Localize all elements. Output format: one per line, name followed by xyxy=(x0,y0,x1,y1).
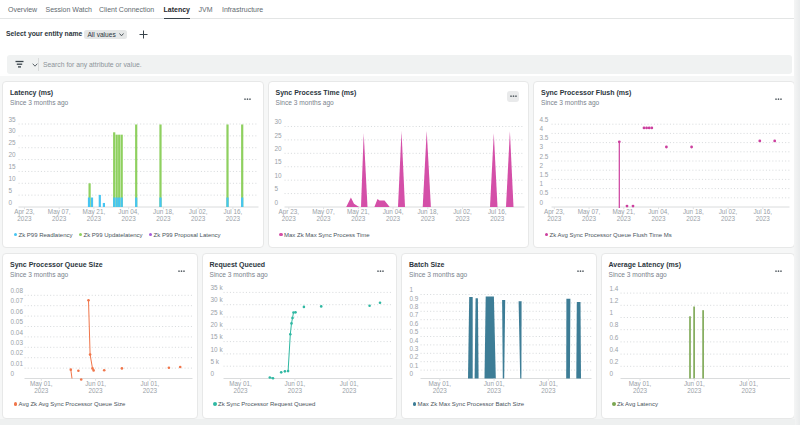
svg-text:10: 10 xyxy=(274,172,282,179)
svg-text:1: 1 xyxy=(540,180,544,187)
svg-text:2023: 2023 xyxy=(741,387,756,394)
svg-text:0.6: 0.6 xyxy=(609,334,618,341)
svg-text:25: 25 xyxy=(274,132,282,139)
svg-text:2023: 2023 xyxy=(721,215,736,222)
svg-text:0.06: 0.06 xyxy=(11,308,24,315)
svg-text:5: 5 xyxy=(9,187,13,194)
svg-text:0.8: 0.8 xyxy=(609,321,618,328)
svg-text:0.4: 0.4 xyxy=(609,346,618,353)
svg-text:0: 0 xyxy=(210,370,214,377)
svg-text:2023: 2023 xyxy=(632,387,647,394)
svg-text:0.05: 0.05 xyxy=(11,318,24,325)
svg-text:0.3: 0.3 xyxy=(410,345,419,352)
svg-text:5: 5 xyxy=(274,185,278,192)
svg-text:0.5: 0.5 xyxy=(540,189,549,196)
svg-text:20: 20 xyxy=(274,145,282,152)
svg-text:35 k: 35 k xyxy=(210,284,223,291)
svg-text:1: 1 xyxy=(609,309,613,316)
svg-text:0.02: 0.02 xyxy=(11,349,24,356)
svg-text:0.07: 0.07 xyxy=(11,297,24,304)
svg-text:2023: 2023 xyxy=(582,215,597,222)
svg-text:0.1: 0.1 xyxy=(410,362,419,369)
svg-text:0.01: 0.01 xyxy=(11,360,24,367)
svg-text:0.8: 0.8 xyxy=(410,303,419,310)
svg-text:10 k: 10 k xyxy=(210,346,223,353)
svg-text:0.5: 0.5 xyxy=(410,328,419,335)
svg-text:3.5: 3.5 xyxy=(540,134,549,141)
svg-text:2023: 2023 xyxy=(87,215,102,222)
svg-text:15 k: 15 k xyxy=(210,333,223,340)
svg-text:2023: 2023 xyxy=(487,387,502,394)
svg-text:4.5: 4.5 xyxy=(540,116,549,123)
svg-text:2023: 2023 xyxy=(686,215,701,222)
svg-text:2023: 2023 xyxy=(617,215,632,222)
svg-text:0: 0 xyxy=(11,370,15,377)
svg-text:1.4: 1.4 xyxy=(609,285,618,292)
svg-text:2023: 2023 xyxy=(455,215,470,222)
svg-text:2023: 2023 xyxy=(156,215,171,222)
svg-text:2023: 2023 xyxy=(316,215,331,222)
svg-text:30: 30 xyxy=(274,118,282,125)
svg-text:5 k: 5 k xyxy=(210,358,219,365)
svg-text:0.6: 0.6 xyxy=(410,320,419,327)
svg-text:1.2: 1.2 xyxy=(609,297,618,304)
svg-text:2023: 2023 xyxy=(351,215,366,222)
svg-text:2023: 2023 xyxy=(191,215,206,222)
svg-text:2023: 2023 xyxy=(89,387,104,394)
svg-text:2023: 2023 xyxy=(52,215,67,222)
svg-text:10: 10 xyxy=(9,175,17,182)
svg-text:0: 0 xyxy=(274,199,278,206)
svg-text:3: 3 xyxy=(540,143,544,150)
svg-text:2023: 2023 xyxy=(651,215,666,222)
svg-text:15: 15 xyxy=(274,158,282,165)
svg-text:0.03: 0.03 xyxy=(11,339,24,346)
svg-text:0.2: 0.2 xyxy=(410,353,419,360)
svg-text:0: 0 xyxy=(609,370,613,377)
svg-text:0.04: 0.04 xyxy=(11,329,24,336)
svg-text:2023: 2023 xyxy=(342,387,357,394)
svg-text:2023: 2023 xyxy=(226,215,241,222)
svg-text:4: 4 xyxy=(540,125,544,132)
svg-text:2023: 2023 xyxy=(287,387,302,394)
svg-text:2023: 2023 xyxy=(233,387,248,394)
svg-text:2023: 2023 xyxy=(122,215,137,222)
svg-text:1.5: 1.5 xyxy=(540,171,549,178)
svg-text:2.5: 2.5 xyxy=(540,153,549,160)
svg-text:15: 15 xyxy=(9,163,17,170)
svg-text:25 k: 25 k xyxy=(210,309,223,316)
svg-text:2023: 2023 xyxy=(433,387,448,394)
svg-text:0.9: 0.9 xyxy=(410,295,419,302)
svg-text:35: 35 xyxy=(9,116,17,123)
svg-text:20 k: 20 k xyxy=(210,321,223,328)
svg-text:2023: 2023 xyxy=(281,215,296,222)
svg-text:0.4: 0.4 xyxy=(410,337,419,344)
svg-text:2023: 2023 xyxy=(420,215,435,222)
svg-text:30 k: 30 k xyxy=(210,296,223,303)
svg-text:25: 25 xyxy=(9,139,17,146)
svg-text:2023: 2023 xyxy=(756,215,771,222)
svg-text:2023: 2023 xyxy=(541,387,556,394)
svg-text:0.08: 0.08 xyxy=(11,287,24,294)
svg-text:2023: 2023 xyxy=(490,215,505,222)
svg-text:2023: 2023 xyxy=(17,215,32,222)
svg-text:1: 1 xyxy=(410,286,414,293)
svg-text:2023: 2023 xyxy=(687,387,702,394)
svg-text:0.2: 0.2 xyxy=(609,358,618,365)
svg-text:2023: 2023 xyxy=(143,387,158,394)
svg-text:30: 30 xyxy=(9,127,17,134)
svg-text:2: 2 xyxy=(540,162,544,169)
svg-text:2023: 2023 xyxy=(385,215,400,222)
svg-text:2023: 2023 xyxy=(547,215,562,222)
svg-text:0: 0 xyxy=(9,199,13,206)
svg-text:0: 0 xyxy=(540,199,544,206)
svg-text:20: 20 xyxy=(9,151,17,158)
svg-text:0.7: 0.7 xyxy=(410,311,419,318)
svg-text:0: 0 xyxy=(410,370,414,377)
svg-text:2023: 2023 xyxy=(34,387,49,394)
